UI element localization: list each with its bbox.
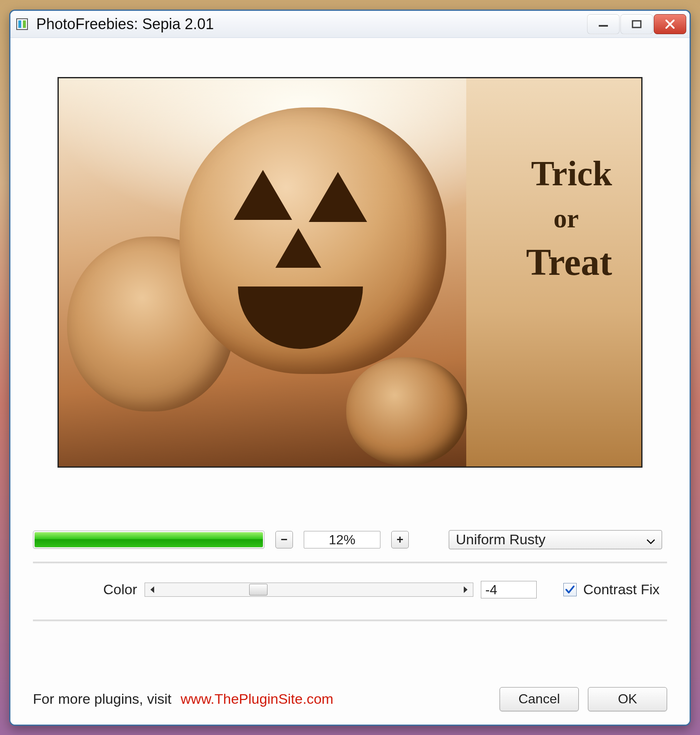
- svg-rect-1: [18, 20, 21, 28]
- footer-prefix: For more plugins, visit: [33, 691, 172, 707]
- progress-bar: [33, 531, 265, 549]
- increment-button[interactable]: +: [391, 531, 409, 548]
- client-area: Trick or Treat − 12% + Uniform Rusty: [10, 38, 690, 725]
- chevron-down-icon: [647, 531, 655, 548]
- row-color: Color -4 Contrast Fix: [33, 572, 667, 607]
- divider: [33, 562, 667, 564]
- preview-wrap: Trick or Treat: [33, 54, 667, 468]
- svg-rect-0: [17, 19, 28, 30]
- minimize-button[interactable]: [587, 14, 620, 34]
- pumpkin-small-shape: [346, 357, 467, 466]
- plus-icon: +: [397, 533, 403, 546]
- contrast-fix-checkbox[interactable]: [563, 583, 577, 596]
- footer-link[interactable]: www.ThePluginSite.com: [181, 691, 334, 707]
- decrement-button[interactable]: −: [275, 531, 293, 548]
- svg-rect-4: [632, 21, 641, 27]
- slider-thumb[interactable]: [249, 584, 268, 595]
- contrast-fix-option[interactable]: Contrast Fix: [563, 581, 660, 598]
- svg-rect-2: [23, 20, 26, 28]
- color-value-field[interactable]: -4: [481, 581, 537, 598]
- preview-image[interactable]: Trick or Treat: [58, 77, 642, 468]
- window-title: PhotoFreebies: Sepia 2.01: [36, 15, 586, 33]
- divider-2: [33, 620, 667, 622]
- footer: For more plugins, visit www.ThePluginSit…: [33, 671, 667, 711]
- bag-text-3: Treat: [526, 241, 612, 284]
- percent-field[interactable]: 12%: [304, 531, 380, 548]
- bag-text-1: Trick: [531, 153, 612, 194]
- maximize-button[interactable]: [620, 14, 653, 34]
- ok-button[interactable]: OK: [588, 687, 667, 711]
- color-slider[interactable]: [145, 583, 473, 597]
- svg-rect-3: [599, 25, 608, 27]
- window-controls: [586, 14, 686, 34]
- bag-text-2: or: [554, 203, 579, 234]
- preset-selected: Uniform Rusty: [456, 531, 545, 548]
- close-button[interactable]: [654, 14, 686, 34]
- color-label: Color: [91, 581, 137, 598]
- contrast-fix-label: Contrast Fix: [583, 581, 660, 598]
- cancel-button[interactable]: Cancel: [500, 687, 579, 711]
- preset-dropdown[interactable]: Uniform Rusty: [449, 530, 662, 549]
- app-icon: [15, 17, 29, 31]
- minus-icon: −: [281, 533, 288, 546]
- slider-track[interactable]: [160, 588, 458, 591]
- arrow-right-icon[interactable]: [461, 585, 470, 595]
- titlebar[interactable]: PhotoFreebies: Sepia 2.01: [10, 11, 690, 38]
- plugin-dialog: PhotoFreebies: Sepia 2.01 Trick: [9, 10, 691, 726]
- row-progress: − 12% + Uniform Rusty: [33, 530, 667, 549]
- arrow-left-icon[interactable]: [148, 585, 157, 595]
